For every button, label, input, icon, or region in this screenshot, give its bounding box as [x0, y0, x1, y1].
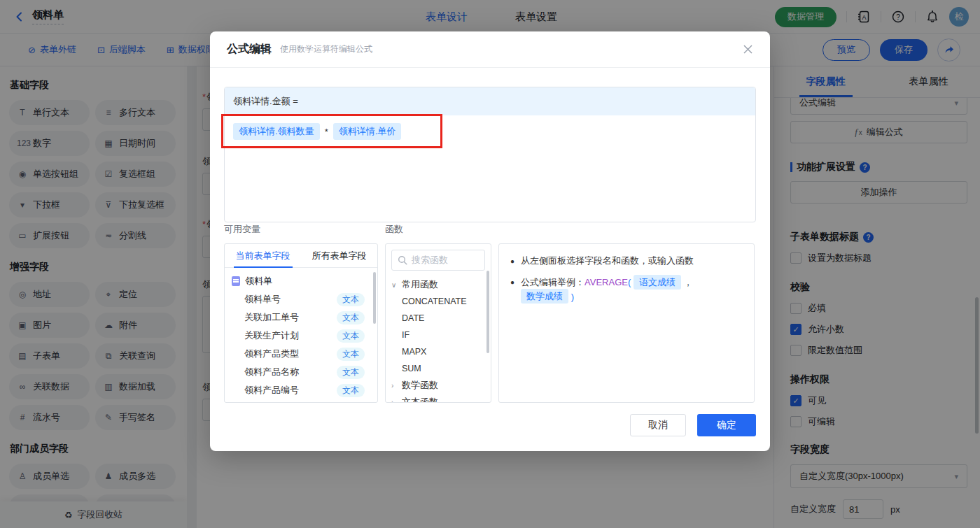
formula-help-panel: ● 从左侧面板选择字段名和函数，或输入函数 ● 公式编辑举例：AVERAGE( … [498, 243, 755, 403]
example-chip: 语文成绩 [634, 275, 681, 290]
variables-tab-1[interactable]: 当前表单字段 [225, 244, 301, 267]
function-item[interactable]: CONCATENATE [386, 293, 491, 310]
formula-field-chip[interactable]: 领料详情.单价 [333, 123, 402, 140]
modal-header: 公式编辑 使用数学运算符编辑公式 [210, 31, 770, 68]
type-badge: 文本 [337, 384, 365, 397]
chevron-right-icon: › [391, 399, 398, 404]
function-item[interactable]: SUM [386, 360, 491, 377]
formula-operator: * [325, 127, 328, 137]
type-badge: 文本 [337, 293, 365, 306]
variable-row[interactable]: 关联生产计划文本 [225, 327, 377, 345]
type-badge: 文本 [337, 366, 365, 379]
formula-input-area[interactable]: 领料详情.领料数量*领料详情.单价 [225, 115, 755, 148]
example-function-name: AVERAGE [584, 277, 628, 287]
formula-target: 领料详情.金额 = [225, 87, 755, 115]
modal-title: 公式编辑 [227, 42, 272, 57]
confirm-button[interactable]: 确定 [697, 414, 756, 436]
form-doc-icon [232, 276, 240, 286]
functions-list: ∨常用函数CONCATENATEDATEIFMAPXSUM›数学函数›文本函数 [386, 276, 491, 403]
chevron-down-icon: ∨ [391, 281, 398, 289]
function-item[interactable]: DATE [386, 310, 491, 327]
variables-tab-2[interactable]: 所有表单字段 [301, 244, 377, 267]
variable-row[interactable]: 领料产品编号文本 [225, 381, 377, 399]
function-item[interactable]: MAPX [386, 343, 491, 360]
variables-label: 可用变量 [224, 223, 260, 236]
example-chip: 数学成绩 [521, 289, 568, 304]
functions-panel: 搜索函数 ∨常用函数CONCATENATEDATEIFMAPXSUM›数学函数›… [385, 243, 491, 403]
close-icon[interactable] [743, 44, 753, 55]
help-tip-2: ● 公式编辑举例：AVERAGE( 语文成绩 ， 数学成绩 ) [510, 275, 743, 304]
type-badge: 文本 [337, 329, 365, 343]
function-search-input[interactable]: 搜索函数 [391, 250, 485, 271]
functions-label: 函数 [385, 223, 403, 236]
variables-list: 领料单领料单号文本关联加工单号文本关联生产计划文本领料产品类型文本领料产品名称文… [225, 268, 377, 399]
variables-tabs: 当前表单字段所有表单字段 [225, 244, 377, 268]
variables-panel: 当前表单字段所有表单字段 领料单领料单号文本关联加工单号文本关联生产计划文本领料… [224, 243, 378, 403]
function-item[interactable]: IF [386, 327, 491, 343]
formula-editor-modal: 公式编辑 使用数学运算符编辑公式 领料详情.金额 = 领料详情.领料数量*领料详… [210, 31, 770, 451]
modal-footer: 取消 确定 [630, 414, 756, 436]
formula-box: 领料详情.金额 = 领料详情.领料数量*领料详情.单价 [224, 87, 756, 222]
function-group[interactable]: ›数学函数 [386, 377, 491, 394]
search-placeholder: 搜索函数 [412, 254, 448, 266]
variable-row[interactable]: 领料产品名称文本 [225, 363, 377, 381]
help-tip-1: ● 从左侧面板选择字段名和函数，或输入函数 [510, 254, 743, 269]
chevron-right-icon: › [391, 382, 398, 390]
variable-row[interactable]: 领料产品类型文本 [225, 345, 377, 363]
variables-scrollbar[interactable] [373, 272, 376, 324]
function-group[interactable]: ∨常用函数 [386, 276, 491, 293]
variable-row[interactable]: 关联加工单号文本 [225, 308, 377, 327]
function-group[interactable]: ›文本函数 [386, 394, 491, 403]
formula-field-chip[interactable]: 领料详情.领料数量 [233, 123, 320, 140]
cancel-button[interactable]: 取消 [630, 414, 686, 436]
form-tree-node[interactable]: 领料单 [225, 272, 377, 290]
variable-row[interactable]: 领料单号文本 [225, 290, 377, 308]
search-icon [398, 255, 407, 265]
type-badge: 文本 [337, 348, 365, 361]
type-badge: 文本 [337, 311, 365, 324]
modal-columns: 当前表单字段所有表单字段 领料单领料单号文本关联加工单号文本关联生产计划文本领料… [210, 243, 770, 403]
modal-subtitle: 使用数学运算符编辑公式 [280, 43, 372, 55]
functions-scrollbar[interactable] [486, 271, 489, 353]
